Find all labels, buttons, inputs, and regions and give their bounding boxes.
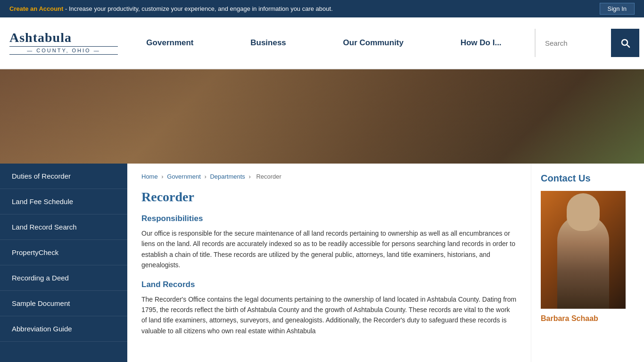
breadcrumb-current: Recorder bbox=[256, 173, 281, 180]
contact-title: Contact Us bbox=[541, 173, 635, 184]
breadcrumb-sep-1: › bbox=[161, 173, 165, 180]
nav-government[interactable]: Government bbox=[141, 34, 198, 51]
section-title-land-records: Land Records bbox=[141, 280, 517, 289]
nav-community[interactable]: Our Community bbox=[339, 34, 408, 51]
banner-message: - Increase your productivity, customize … bbox=[65, 5, 333, 12]
sidebar-item-abbreviation[interactable]: Abbreviation Guide bbox=[0, 316, 127, 342]
sidebar-item-recording-deed[interactable]: Recording a Deed bbox=[0, 265, 127, 291]
sidebar: Duties of Recorder Land Fee Schedule Lan… bbox=[0, 164, 127, 362]
breadcrumb-departments[interactable]: Departments bbox=[210, 173, 245, 180]
sidebar-item-sample-document[interactable]: Sample Document bbox=[0, 291, 127, 316]
breadcrumb-sep-3: › bbox=[248, 173, 252, 180]
search-input[interactable] bbox=[545, 39, 606, 47]
breadcrumb-sep-2: › bbox=[204, 173, 208, 180]
logo[interactable]: Ashtabula — COUNTY, OHIO — bbox=[9, 31, 118, 55]
search-area bbox=[535, 29, 635, 57]
main-layout: Duties of Recorder Land Fee Schedule Lan… bbox=[0, 164, 644, 362]
sidebar-item-propertycheck[interactable]: PropertyCheck bbox=[0, 240, 127, 265]
logo-subtitle: — COUNTY, OHIO — bbox=[9, 46, 118, 55]
hero-overlay bbox=[0, 69, 644, 164]
section-body-responsibilities: Our office is responsible for the secure… bbox=[141, 228, 517, 271]
breadcrumb-home[interactable]: Home bbox=[141, 173, 158, 180]
sidebar-item-duties[interactable]: Duties of Recorder bbox=[0, 164, 127, 189]
search-button[interactable] bbox=[611, 29, 639, 57]
site-header: Ashtabula — COUNTY, OHIO — Government Bu… bbox=[0, 17, 644, 69]
sign-in-button[interactable]: Sign In bbox=[600, 3, 635, 15]
search-icon bbox=[619, 37, 631, 49]
section-title-responsibilities: Responsibilities bbox=[141, 214, 517, 223]
contact-photo bbox=[541, 191, 626, 309]
sidebar-item-land-record[interactable]: Land Record Search bbox=[0, 214, 127, 240]
page-title: Recorder bbox=[141, 189, 517, 205]
banner-text: Create an Account - Increase your produc… bbox=[9, 5, 333, 12]
hero-image bbox=[0, 69, 644, 164]
right-panel: Contact Us Barbara Schaab bbox=[531, 164, 644, 362]
create-account-link[interactable]: Create an Account bbox=[9, 5, 63, 12]
section-body-land-records: The Recorder's Office contains the legal… bbox=[141, 294, 517, 337]
nav-how-do-i[interactable]: How Do I... bbox=[456, 34, 506, 51]
main-content: Home › Government › Departments › Record… bbox=[127, 164, 531, 362]
main-nav: Government Business Our Community How Do… bbox=[118, 34, 530, 51]
breadcrumb-government[interactable]: Government bbox=[167, 173, 201, 180]
contact-name: Barbara Schaab bbox=[541, 314, 635, 323]
logo-title: Ashtabula bbox=[9, 31, 118, 44]
sidebar-item-fee-schedule[interactable]: Land Fee Schedule bbox=[0, 189, 127, 214]
top-banner: Create an Account - Increase your produc… bbox=[0, 0, 644, 17]
nav-business[interactable]: Business bbox=[246, 34, 291, 51]
breadcrumb: Home › Government › Departments › Record… bbox=[141, 173, 517, 180]
